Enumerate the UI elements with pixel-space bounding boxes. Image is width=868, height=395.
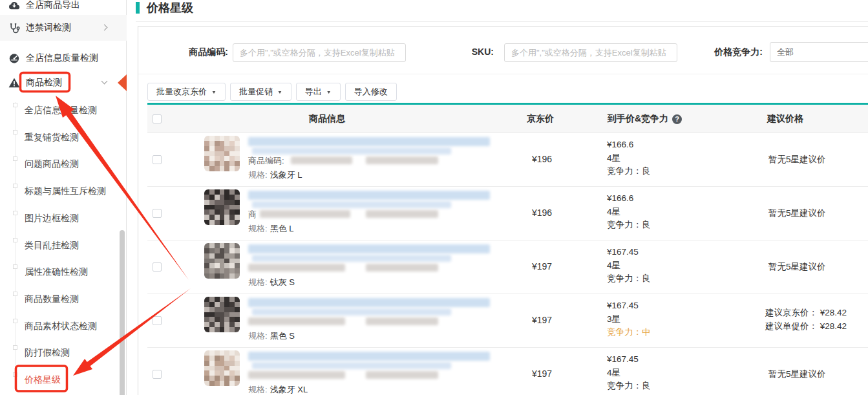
row-checkbox[interactable] [153,155,162,164]
dashboard-icon [8,52,20,64]
hand-price: ¥167.45 [607,301,639,310]
price-competitiveness-select[interactable]: 全部 [770,42,868,62]
hand-price: ¥167.45 [607,354,639,364]
product-image[interactable] [204,189,240,225]
sidebar-item-2[interactable]: 违禁词检测 [0,15,127,41]
toolbar-button-1[interactable]: 批量改京东价▼ [147,83,226,101]
sidebar-subitem-label: 类目乱挂检测 [25,240,79,251]
suggested-price-line: 暂无5星建议价 [768,368,826,380]
sidebar-item-label: 全店信息质量检测 [26,52,98,64]
caret-down-icon: ▼ [211,89,217,94]
jd-price: ¥197 [532,368,552,379]
sidebar-subitem-6[interactable]: 类目乱挂检测 [0,232,123,259]
competitiveness: 竞争力：良 [607,273,651,284]
product-title-redacted [248,191,490,200]
product-code-redacted [366,264,438,272]
sidebar-item-3[interactable]: 全店信息质量检测 [0,45,127,71]
suggested-price-line: 建议单促价： ¥28.42 [765,321,847,332]
product-image[interactable] [204,297,240,332]
row-checkbox[interactable] [153,370,162,379]
toolbar-button-label: 批量促销 [239,86,273,98]
chevron-down-icon [101,78,108,85]
product-code-input[interactable] [233,43,406,62]
toolbar-button-label: 批量改京东价 [156,86,207,98]
sidebar-subitem-label: 全店信息质量检测 [25,105,97,116]
product-spec: 规格:黑色 S [248,330,295,342]
product-code-redacted [291,156,352,164]
sidebar-subitem-5[interactable]: 图片边框检测 [0,205,123,232]
caret-down-icon: ▼ [277,89,282,94]
row-checkbox[interactable] [153,209,162,218]
row-checkbox[interactable] [153,316,162,325]
select-all-checkbox[interactable] [153,114,162,123]
product-code-redacted [366,156,438,164]
page-title-accent-bar [136,2,140,14]
warning-triangle-icon [8,77,20,89]
row-checkbox[interactable] [153,262,162,272]
toolbar-button-label: 导出 [305,86,322,98]
sidebar-subitem-9[interactable]: 商品素材状态检测 [0,313,123,340]
sidebar-collapse-arrow-icon[interactable] [118,74,127,91]
suggested-price-line: 暂无5星建议价 [768,261,826,273]
sidebar-subitem-2[interactable]: 重复铺货检测 [0,124,123,151]
spec-label: 规格: [248,224,268,233]
product-code-label: 商 [248,209,257,219]
sidebar-item-4[interactable]: 商品检测 [0,70,127,96]
sidebar-subitem-label: 问题商品检测 [25,158,79,170]
suggested-price-line: 建议京东价： ¥28.42 [765,307,847,319]
jd-price: ¥196 [532,208,552,218]
product-image[interactable] [204,243,240,279]
toolbar-button-3[interactable]: 导出▼ [296,83,341,101]
price-competitiveness-label: 价格竞争力: [704,47,763,58]
table-row: 规格:钛灰 S¥197¥167.454星竞争力：良暂无5星建议价 [147,240,868,294]
star-rating: 4星 [607,260,620,272]
spec-label: 规格: [248,277,268,287]
col-header-hand-price-text: 到手价&竞争力 [608,113,668,125]
product-spec: 规格:浅象牙 L [248,169,302,181]
hand-price: ¥167.45 [607,247,639,257]
product-image[interactable] [204,136,240,171]
sidebar-subitem-label: 图片边框检测 [25,213,79,224]
sidebar-item-label: 全店商品导出 [26,0,80,11]
product-code-redacted [248,264,345,272]
sidebar-subitem-11[interactable]: 价格星级 [0,367,123,394]
sidebar-subitem-label: 属性准确性检测 [25,266,88,278]
toolbar: 批量改京东价▼批量促销▼导出▼导入修改 [147,83,397,101]
table-header-row: 商品信息 京东价 到手价&竞争力 ? 建议价格 [147,105,868,133]
spec-value: 黑色 L [270,224,294,233]
help-icon[interactable]: ? [672,114,682,124]
sidebar-subitem-1[interactable]: 全店信息质量检测 [0,97,123,124]
jd-price: ¥197 [532,261,552,272]
stethoscope-icon [8,22,20,34]
table-row: 商规格:黑色 L¥196¥166.64星竞争力：良暂无5星建议价 [147,187,868,240]
tree-node-icon [13,238,17,242]
product-title-redacted [248,352,490,361]
jd-price: ¥196 [532,154,552,164]
competitiveness: 竞争力：良 [607,165,651,177]
tree-node-icon [13,130,17,134]
tree-node-icon [13,103,17,107]
product-code-redacted [366,210,438,218]
sidebar-subitem-7[interactable]: 属性准确性检测 [0,259,123,286]
product-image[interactable] [204,350,240,386]
sidebar-scrollbar-thumb[interactable] [120,230,125,395]
spec-label: 规格: [248,331,268,341]
star-rating: 4星 [607,206,620,218]
sku-input[interactable] [504,43,677,62]
product-code-redacted [366,317,438,325]
col-header-suggested-price: 建议价格 [767,113,803,125]
star-rating: 3星 [607,314,620,325]
content-card: 商品编码: SKU: 价格竞争力: 全部 批量改京东价▼批量促销▼导出▼导入修改… [138,26,868,395]
sidebar-subitem-10[interactable]: 防打假检测 [0,339,123,367]
sidebar-subitem-label: 标题与属性互斥检测 [25,186,106,197]
sidebar-subitem-3[interactable]: 问题商品检测 [0,151,123,178]
toolbar-button-4[interactable]: 导入修改 [345,83,397,101]
toolbar-button-2[interactable]: 批量促销▼ [230,83,291,101]
sidebar-subitem-8[interactable]: 商品数量检测 [0,286,123,313]
hand-price: ¥166.6 [607,140,633,149]
product-code-redacted [260,210,350,218]
suggested-price-line: 暂无5星建议价 [768,154,826,165]
filters-divider [138,74,868,74]
sidebar-subitem-4[interactable]: 标题与属性互斥检测 [0,178,123,205]
spec-label: 规格: [248,170,268,180]
